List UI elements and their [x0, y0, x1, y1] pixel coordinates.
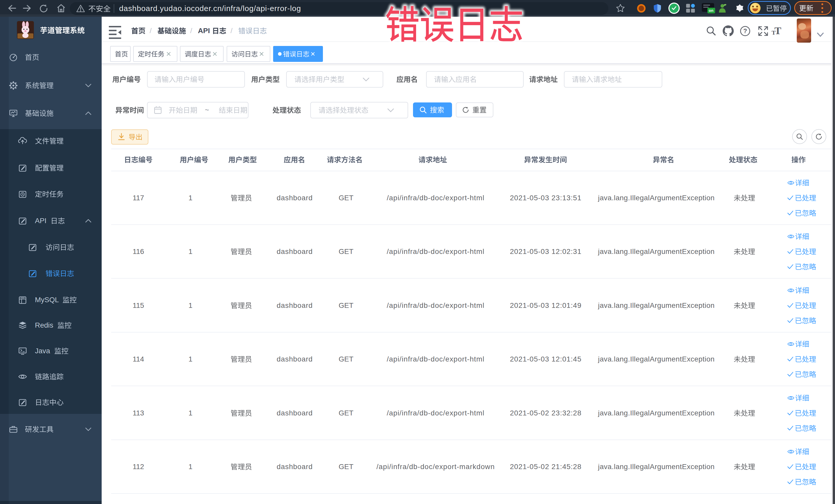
svg-text:?: ?	[744, 27, 747, 35]
